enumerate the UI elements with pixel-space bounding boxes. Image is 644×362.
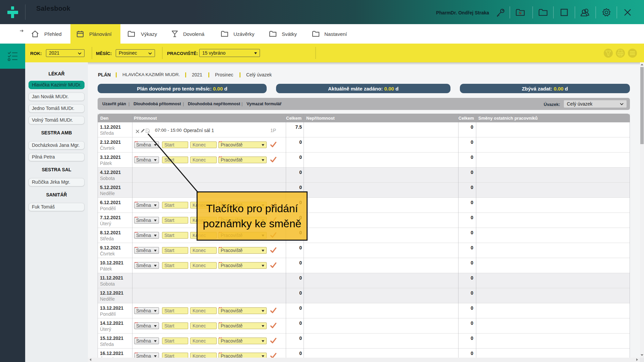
svg-text:N: N <box>519 11 521 15</box>
